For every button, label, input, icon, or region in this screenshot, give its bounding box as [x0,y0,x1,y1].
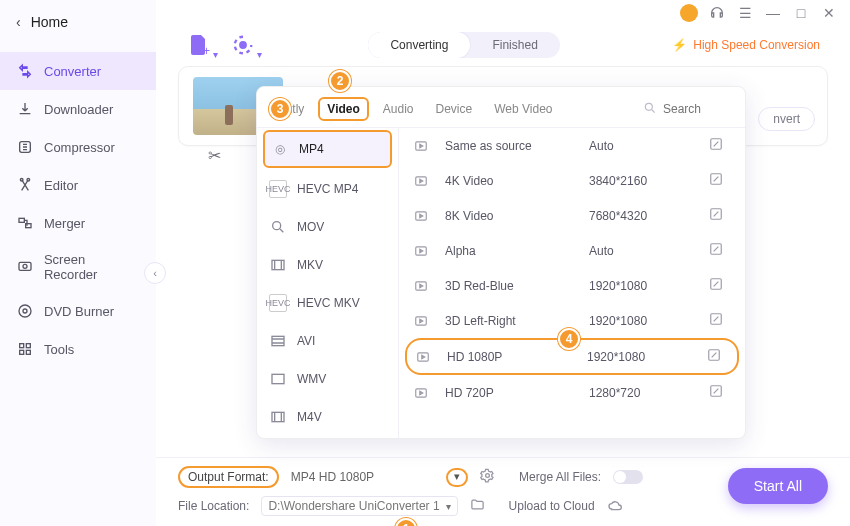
window-minimize-icon[interactable]: — [764,4,782,22]
edit-preset-icon[interactable] [709,172,731,189]
downloader-icon [16,100,34,118]
format-wmv[interactable]: WMV [257,360,398,398]
film-icon [269,408,287,426]
user-avatar-icon[interactable] [680,4,698,22]
sidebar-item-label: Tools [44,342,74,357]
sidebar-item-dvd-burner[interactable]: DVD Burner [0,292,156,330]
svg-point-7 [19,305,31,317]
resolution-value: 1280*720 [589,386,699,400]
resolution-row[interactable]: Same as sourceAuto [399,128,745,163]
file-location-label: File Location: [178,499,249,513]
sidebar-item-label: Converter [44,64,101,79]
annotation-marker-2: 2 [329,70,351,92]
edit-preset-icon[interactable] [709,207,731,224]
tab-video[interactable]: Video [318,97,368,121]
merge-all-label: Merge All Files: [519,470,601,484]
svg-point-6 [23,264,27,268]
resolution-row[interactable]: 4K Video3840*2160 [399,163,745,198]
tab-web-video[interactable]: Web Video [486,98,560,120]
search-input[interactable] [663,102,733,116]
format-m4v[interactable]: M4V [257,398,398,436]
home-title[interactable]: Home [31,14,68,30]
sidebar-item-screen-recorder[interactable]: Screen Recorder [0,242,156,292]
sidebar-item-label: Downloader [44,102,113,117]
svg-point-1 [20,178,23,181]
play-icon [413,278,429,294]
output-settings-icon[interactable] [480,468,495,486]
resolution-row[interactable]: 8K Video7680*4320 [399,198,745,233]
resolution-row[interactable]: AlphaAuto [399,233,745,268]
cloud-icon[interactable] [607,497,623,516]
back-icon[interactable]: ‹ [16,14,21,30]
add-from-source-button[interactable]: ▾ [230,32,256,58]
annotation-marker-4: 4 [558,328,580,350]
resolution-label: 4K Video [445,174,579,188]
search-icon [643,101,657,118]
sidebar-item-compressor[interactable]: Compressor [0,128,156,166]
svg-rect-10 [26,344,30,348]
edit-preset-icon[interactable] [709,242,731,259]
resolution-value: 1920*1080 [589,279,699,293]
svg-point-15 [645,103,652,110]
add-file-button[interactable]: +▾ [186,32,212,58]
sidebar-item-tools[interactable]: Tools [0,330,156,368]
tab-finished[interactable]: Finished [470,32,559,58]
hamburger-icon[interactable]: ☰ [736,4,754,22]
format-hevc-mkv[interactable]: HEVCHEVC MKV [257,284,398,322]
svg-point-37 [486,474,490,478]
trim-icon[interactable]: ✂ [208,146,221,165]
sidebar-item-merger[interactable]: Merger [0,204,156,242]
dvd-burner-icon [16,302,34,320]
convert-button[interactable]: nvert [758,107,815,131]
magnify-icon [269,218,287,236]
window-close-icon[interactable]: ✕ [820,4,838,22]
target-icon: ◎ [271,140,289,158]
format-mov[interactable]: MOV [257,208,398,246]
file-location-dropdown[interactable]: D:\Wondershare UniConverter 1 ▾ [261,496,457,516]
format-picker: ently Video Audio Device Web Video ◎MP4 … [256,86,746,439]
annotation-marker-3: 3 [269,98,291,120]
sidebar-item-downloader[interactable]: Downloader [0,90,156,128]
tab-audio[interactable]: Audio [375,98,422,120]
edit-preset-icon[interactable] [709,277,731,294]
format-mp4[interactable]: ◎MP4 [263,130,392,168]
start-all-button[interactable]: Start All [728,468,828,504]
edit-preset-icon[interactable] [709,137,731,154]
high-speed-conversion-link[interactable]: ⚡ High Speed Conversion [672,38,820,52]
open-folder-icon[interactable] [470,497,485,515]
screen-recorder-icon [16,258,34,276]
svg-rect-9 [20,344,24,348]
svg-rect-5 [19,262,31,270]
resolution-row[interactable]: HD 720P1280*720 [399,375,745,410]
output-format-dropdown[interactable]: ▾ [446,468,468,487]
resolution-value: 7680*4320 [589,209,699,223]
svg-point-2 [27,178,30,181]
play-icon [413,243,429,259]
svg-point-8 [23,309,27,313]
format-mkv[interactable]: MKV [257,246,398,284]
high-speed-label: High Speed Conversion [693,38,820,52]
merge-all-toggle[interactable] [613,470,643,484]
window-maximize-icon[interactable]: □ [792,4,810,22]
sidebar-item-editor[interactable]: Editor [0,166,156,204]
play-icon [415,349,431,365]
sidebar-item-label: Screen Recorder [44,252,142,282]
sidebar-collapse-button[interactable]: ‹ [144,262,166,284]
hevc-icon: HEVC [269,294,287,312]
tools-icon [16,340,34,358]
tab-converting[interactable]: Converting [368,32,470,58]
tab-device[interactable]: Device [428,98,481,120]
support-icon[interactable] [708,4,726,22]
svg-rect-20 [272,412,284,421]
resolution-row[interactable]: 3D Red-Blue1920*1080 [399,268,745,303]
play-icon [413,173,429,189]
upload-cloud-label: Upload to Cloud [509,499,595,513]
sidebar-item-converter[interactable]: Converter [0,52,156,90]
format-hevc-mp4[interactable]: HEVCHEVC MP4 [257,170,398,208]
edit-preset-icon[interactable] [709,312,731,329]
svg-rect-3 [19,218,24,222]
chevron-down-icon: ▾ [446,501,451,512]
edit-preset-icon[interactable] [707,348,729,365]
edit-preset-icon[interactable] [709,384,731,401]
format-avi[interactable]: AVI [257,322,398,360]
